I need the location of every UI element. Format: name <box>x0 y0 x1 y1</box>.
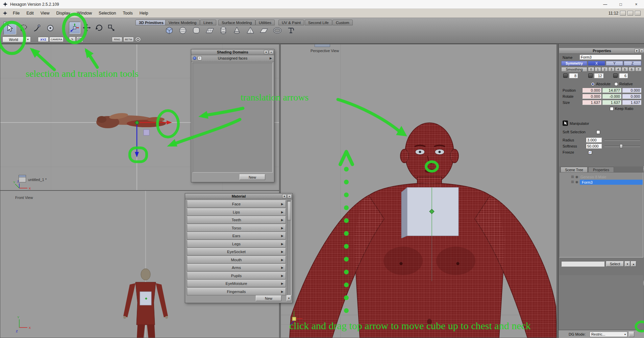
shading-domains-header[interactable]: Shading Domains ▾ × <box>191 49 274 55</box>
material-item-lips[interactable]: Lips▶ <box>187 208 286 216</box>
shading-domains-list-area[interactable] <box>193 63 273 173</box>
area-select-button[interactable] <box>44 22 57 35</box>
material-item-face[interactable]: Face▶ <box>187 200 286 208</box>
cone-primitive-button[interactable] <box>231 25 243 36</box>
cylinder-primitive-button[interactable] <box>217 25 229 36</box>
between-select-button[interactable]: BETW <box>123 37 134 42</box>
name-field[interactable]: Form3 <box>579 54 641 60</box>
material-collapse-button[interactable]: ▾ <box>282 194 287 198</box>
scene-tree-row-genesis[interactable]: ⊞ ◉ Genesis 8 Male <box>560 175 643 180</box>
material-item-pupils[interactable]: Pupils▶ <box>187 272 286 279</box>
tab-surface-modeling[interactable]: Surface Modeling <box>218 20 255 25</box>
material-item-eyesocket[interactable]: EyeSocket▶ <box>187 248 286 255</box>
menu-tools[interactable]: Tools <box>119 11 136 16</box>
smoothing-level-0[interactable]: 0 <box>588 67 594 71</box>
size-z-field[interactable]: 1.637 <box>622 100 641 105</box>
softness-slider-thumb[interactable] <box>620 144 623 148</box>
faces-mode-mini-button[interactable] <box>76 37 83 42</box>
maximize-button[interactable]: □ <box>613 0 628 8</box>
ring-select-button[interactable]: RING <box>112 37 122 42</box>
material-item-arms[interactable]: Arms▶ <box>187 264 286 271</box>
material-item-teeth[interactable]: Teeth▶ <box>187 216 286 224</box>
tab-scene-tree[interactable]: Scene Tree <box>561 167 588 172</box>
scene-item-form3-label[interactable]: Form3 <box>580 180 643 185</box>
material-item-legs[interactable]: Legs▶ <box>187 240 286 248</box>
absolute-radio[interactable] <box>591 82 595 86</box>
torus-primitive-button[interactable] <box>271 25 283 36</box>
softness-field[interactable]: 50.000 <box>586 143 602 149</box>
rounded-cube-primitive-button[interactable] <box>190 25 202 36</box>
radius-field[interactable]: 3.000 <box>586 137 602 142</box>
plane-primitive-button[interactable] <box>258 25 270 36</box>
dg-mode-more-button[interactable]: … <box>629 332 634 337</box>
material-scroll-down-button[interactable]: ▾ <box>287 295 291 301</box>
move-tool-button[interactable] <box>81 22 93 34</box>
material-close-button[interactable]: × <box>287 194 292 198</box>
size-y-field[interactable]: 1.637 <box>602 100 621 105</box>
minimize-button[interactable]: — <box>597 0 613 8</box>
tab-scene-properties[interactable]: Properties <box>588 167 614 172</box>
menu-display[interactable]: Display <box>53 11 74 16</box>
close-button[interactable]: × <box>628 0 644 8</box>
position-z-field[interactable]: 0.000 <box>622 88 641 93</box>
menu-file[interactable]: File <box>9 11 23 16</box>
translate-manipulator-button[interactable] <box>69 22 80 34</box>
xyz-toggle-button[interactable]: XYZ <box>38 37 49 42</box>
domain-expand-icon[interactable]: ▶ <box>270 57 272 60</box>
smoothing-level-1[interactable]: 1 <box>595 67 601 71</box>
mdi-restore-icon[interactable] <box>627 11 633 16</box>
shading-domain-row[interactable]: + Unassigned faces ▶ <box>191 55 274 62</box>
scale-tool-button[interactable] <box>105 22 117 34</box>
rotate-x-field[interactable]: 0.000 <box>582 94 601 99</box>
properties-close-button[interactable]: × <box>640 49 644 53</box>
scene-prev-button[interactable]: ▾ <box>625 261 630 267</box>
position-y-field[interactable]: 14.877 <box>602 88 621 93</box>
scene-select-button[interactable]: Select <box>606 261 624 267</box>
add-domain-icon[interactable]: + <box>198 56 202 60</box>
smoothing-level-6[interactable]: 6 <box>628 67 635 71</box>
material-panel-header[interactable]: Material ▾ × <box>185 194 292 199</box>
material-new-button[interactable]: New <box>256 295 281 301</box>
cube-primitive-button[interactable] <box>163 25 175 36</box>
perspective-viewport[interactable]: Perspective View <box>280 44 557 338</box>
symmetry-z-button[interactable]: Z <box>624 61 641 66</box>
relative-radio[interactable] <box>614 82 618 86</box>
menu-help[interactable]: Help <box>136 11 152 16</box>
material-scrollbar-thumb[interactable] <box>287 201 291 220</box>
size-x-field[interactable]: 1.637 <box>582 100 601 105</box>
shading-domains-close-button[interactable]: × <box>269 50 273 54</box>
menu-window[interactable]: Window <box>74 11 95 16</box>
mdi-close-icon[interactable] <box>635 11 641 16</box>
material-scrollbar[interactable] <box>287 200 291 295</box>
mdi-minimize-icon[interactable] <box>620 11 626 16</box>
dg-mode-dropdown[interactable]: Restric... ▾ <box>590 332 627 337</box>
scene-item-genesis-label[interactable]: Genesis 8 Male <box>580 175 606 179</box>
symmetry-x-button[interactable]: X <box>588 61 605 66</box>
material-item-eyemoisture[interactable]: EyeMoisture▶ <box>187 280 286 287</box>
smoothing-level-2[interactable]: 2 <box>601 67 608 71</box>
smoothing-button[interactable]: Smoothing <box>561 67 587 72</box>
pyramid-primitive-button[interactable] <box>244 25 256 36</box>
visibility-eye-icon[interactable]: ◉ <box>575 175 578 179</box>
symmetry-y-button[interactable]: Y <box>606 61 623 66</box>
viewport-splitter-handle[interactable] <box>315 44 330 47</box>
loop-select-button[interactable] <box>135 37 141 42</box>
visibility-eye-icon[interactable]: ◉ <box>575 180 578 184</box>
soft-selection-checkbox[interactable] <box>596 130 600 134</box>
tab-utilities[interactable]: Utilities <box>255 20 275 25</box>
scene-tree-row-form3[interactable]: ⊞ ◉ Form3 <box>560 180 643 185</box>
menu-edit[interactable]: Edit <box>23 11 37 16</box>
tab-lines[interactable]: Lines <box>200 20 216 25</box>
shading-domains-new-button[interactable]: New <box>240 174 265 180</box>
position-x-field[interactable]: 0.000 <box>582 88 601 93</box>
properties-panel-header[interactable]: Properties ▾ × <box>559 48 644 54</box>
rotate-z-field[interactable]: 0.000 <box>622 94 641 99</box>
shading-domains-collapse-button[interactable]: ▾ <box>264 50 268 54</box>
rotate-y-field[interactable]: -0.000 <box>602 94 621 99</box>
keep-ratio-checkbox[interactable] <box>610 107 614 111</box>
select-tool-button[interactable] <box>3 22 16 35</box>
smoothing-level-7[interactable]: 7 <box>635 67 642 71</box>
material-item-ears[interactable]: Ears▶ <box>187 232 286 240</box>
tab-vertex-modeling[interactable]: Vertex Modeling <box>165 20 200 25</box>
tab-custom[interactable]: Custom <box>332 20 353 25</box>
